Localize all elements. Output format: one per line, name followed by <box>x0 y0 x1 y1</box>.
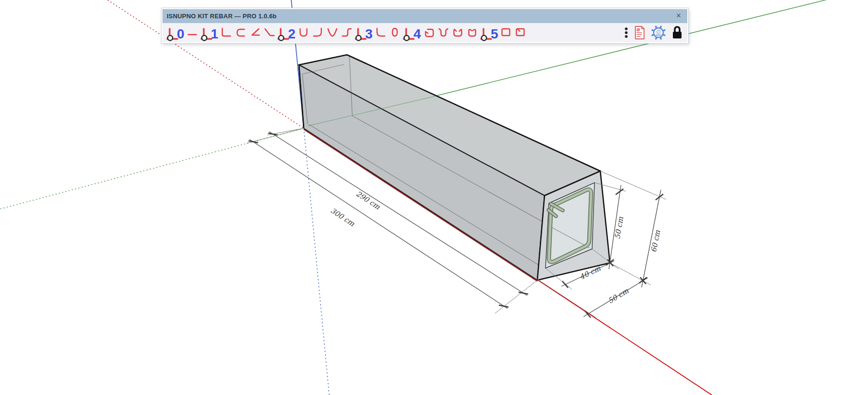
tool-shape-j-hook[interactable] <box>311 24 324 41</box>
bar-type-digit: 4 <box>413 27 421 41</box>
tool-shape-stirrup-hooked-2[interactable] <box>466 24 479 41</box>
tool-shape-j-mirror[interactable] <box>374 24 387 41</box>
shape-s-step-icon <box>340 27 353 38</box>
tool-settings-gear[interactable]: ∅ <box>651 24 666 41</box>
toolbar-title: ISNUPNO KIT REBAR — PRO 1.0.6b <box>162 12 276 20</box>
shape-l-bend-icon <box>220 27 233 38</box>
svg-text:∅: ∅ <box>656 29 661 35</box>
tool-shape-s-step[interactable] <box>340 24 353 41</box>
shape-stirrup-closed-hook-icon <box>514 27 527 38</box>
tool-shape-obtuse-bend[interactable] <box>263 24 276 41</box>
dimension-label: 300 cm <box>329 206 356 228</box>
tool-bar-type-1[interactable]: 1 <box>200 24 219 41</box>
tool-shape-angle[interactable] <box>248 24 261 41</box>
bar-type-digit: 0 <box>177 27 185 41</box>
3d-viewport[interactable]: 290 cm300 cm40 cm50 cm50 cm60 cm <box>0 0 868 395</box>
tool-bar-type-2[interactable]: 2 <box>277 24 296 41</box>
tool-bar-type-5[interactable]: 5 <box>480 24 498 41</box>
shape-stirrup-flared-icon <box>437 27 450 38</box>
shape-j-hook-icon <box>311 27 324 38</box>
shape-straight-icon <box>186 27 199 38</box>
blue-axis-dotted <box>304 128 329 395</box>
tool-bar-type-3[interactable]: 3 <box>355 24 373 41</box>
tool-shape-c-flat[interactable] <box>234 24 247 41</box>
tool-shape-straight[interactable] <box>186 24 199 41</box>
bar-type-digit: 3 <box>365 27 373 41</box>
tool-shape-l-bend[interactable] <box>220 24 233 41</box>
shape-angle-icon <box>248 27 261 38</box>
tool-shape-stirrup-hooked[interactable] <box>451 24 464 41</box>
dimension-label: 50 cm <box>613 216 625 239</box>
shape-obtuse-bend-icon <box>263 27 276 38</box>
rebar-plugin-toolbar: ISNUPNO KIT REBAR — PRO 1.0.6b ✕ 012345∅ <box>161 8 688 43</box>
bar-type-digit: 2 <box>288 27 296 41</box>
green-axis-dotted <box>0 128 304 209</box>
tool-bar-type-4[interactable]: 4 <box>403 24 421 41</box>
close-icon[interactable]: ✕ <box>674 12 683 20</box>
shape-v-curve-icon <box>326 27 339 38</box>
tool-shape-stirrup-closed[interactable] <box>499 24 512 41</box>
tool-shape-stirrup-flared[interactable] <box>437 24 450 41</box>
shape-stirrup-closed-icon <box>499 27 512 38</box>
shape-j-mirror-icon <box>374 27 387 38</box>
shape-u-icon <box>297 27 310 38</box>
tool-shape-oval[interactable] <box>388 24 401 41</box>
tool-shape-stirrup-open[interactable] <box>422 24 435 41</box>
shape-stirrup-open-icon <box>422 27 435 38</box>
shape-c-flat-icon <box>234 27 247 38</box>
menu-dots-icon <box>624 25 629 40</box>
tool-shape-stirrup-closed-hook[interactable] <box>514 24 527 41</box>
report-document-icon <box>633 25 646 40</box>
shape-stirrup-hooked-2-icon <box>466 27 479 38</box>
tool-report-document[interactable] <box>633 24 646 41</box>
dimension-label: 50 cm <box>607 286 631 306</box>
dimension-label: 60 cm <box>649 229 662 253</box>
tool-bar-type-0[interactable]: 0 <box>166 24 185 41</box>
settings-gear-icon: ∅ <box>651 25 666 40</box>
tool-menu-dots[interactable] <box>624 24 629 41</box>
bar-type-digit: 5 <box>491 27 498 41</box>
bar-type-digit: 1 <box>211 27 219 41</box>
tool-lock[interactable] <box>671 24 683 41</box>
tool-shape-u[interactable] <box>297 24 310 41</box>
toolbar-utilities: ∅ <box>624 24 683 41</box>
shape-stirrup-hooked-icon <box>451 27 464 38</box>
shape-oval-icon <box>388 27 401 38</box>
tool-shape-v-curve[interactable] <box>326 24 339 41</box>
toolbar-titlebar[interactable]: ISNUPNO KIT REBAR — PRO 1.0.6b ✕ <box>162 9 687 23</box>
concrete-beam <box>299 55 610 281</box>
toolbar-icons-row: 012345∅ <box>162 23 687 42</box>
lock-icon <box>671 25 683 40</box>
